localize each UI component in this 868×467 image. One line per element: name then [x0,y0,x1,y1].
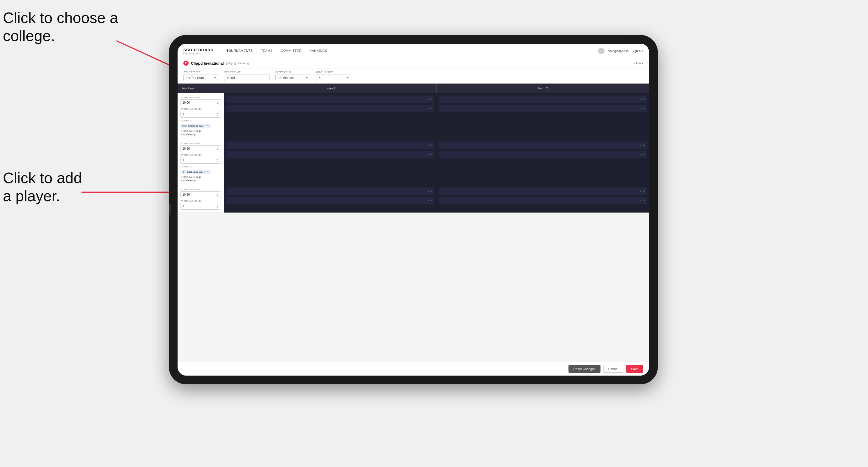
player-slot-4-2[interactable]: × ✎ [439,151,647,158]
slot-edit-5-1[interactable]: ✎ [430,190,433,193]
nav-teams[interactable]: TEAMS [257,44,277,58]
slot-edit-3-1[interactable]: ✎ [430,144,433,147]
time-stepper-3[interactable]: ▲ ▼ [217,192,219,197]
group-size-label: Group Size [316,71,351,74]
slot-edit-2-1[interactable]: ✎ [643,98,645,101]
tournament-title: C Clippd Invitational (Men) Hosting [183,61,249,66]
nav-tournaments[interactable]: TOURNAMENTS [222,44,257,58]
slot-edit-5-2[interactable]: ✎ [430,199,433,202]
back-link[interactable]: < Back [633,61,643,65]
player-slot-1-2[interactable]: × ✎ [226,105,434,113]
player-slot-1-1[interactable]: × ✎ [226,95,434,103]
slot-edit-4-2[interactable]: ✎ [643,153,645,156]
player-slot-5-2[interactable]: × ✎ [226,197,434,205]
cancel-button[interactable]: Cancel [603,365,623,373]
sign-out-link[interactable]: Sign out [632,49,643,53]
slot-edit-1-2[interactable]: ✎ [430,107,433,110]
app-header: SCOREBOARD Powered by clippd TOURNAMENTS… [178,44,649,58]
slot-x-4-1[interactable]: × [640,144,642,147]
start-type-select[interactable]: 1st Tee Start [183,74,218,81]
team1-cell-2: × ✎ × ✎ [224,139,437,185]
slot-edit-1-1[interactable]: ✎ [430,98,433,101]
tablet-screen: SCOREBOARD Powered by clippd TOURNAMENTS… [178,44,649,376]
course-tag-1[interactable]: (A) Peachtree GC × ✎ [181,124,211,128]
starting-hole-input-3[interactable]: 1 ▲ ▼ [181,203,221,210]
starting-time-input-3[interactable]: 10:20 ▲ ▼ [181,191,221,198]
tee-row-3: STARTING TIME: 10:20 ▲ ▼ STARTING HOLE: … [178,185,649,213]
course-edit-1[interactable]: ✎ [207,124,209,127]
course-edit-2[interactable]: ✎ [207,170,209,173]
start-time-label: Start Time [224,71,270,74]
intervals-select[interactable]: 10 Minutes [275,74,310,81]
save-button[interactable]: Save [626,365,643,373]
action-links-2: ○ Remove Group + Add Group [181,176,221,182]
slot-edit-4-1[interactable]: ✎ [643,144,645,147]
tee-row-2: STARTING TIME: 10:10 ▲ ▼ STARTING HOLE: … [178,139,649,185]
course-label-2: COURSE: [181,165,221,168]
player-slot-3-1[interactable]: × ✎ [226,142,434,149]
slot-edit-6-2[interactable]: ✎ [643,199,645,202]
reset-button[interactable]: Reset Changes [568,365,600,373]
slot-x-1-1[interactable]: × [428,98,429,101]
hole-stepper-2[interactable]: ▲ ▼ [217,158,219,162]
slot-x-5-1[interactable]: × [428,190,429,193]
starting-hole-input-2[interactable]: 1 ▲ ▼ [181,157,221,164]
remove-group-1[interactable]: ○ Remove Group [181,130,221,132]
time-stepper-1[interactable]: ▲ ▼ [217,100,219,105]
team2-cell-3: × ✎ × ✎ [437,185,649,213]
slot-x-6-1[interactable]: × [640,190,642,193]
group-size-group: Group Size 3 [316,71,351,81]
tournament-name: Clippd Invitational [191,61,224,65]
course-label-1: COURSE: [181,119,221,122]
slot-x-4-2[interactable]: × [640,153,642,156]
footer: Reset Changes Cancel Save [178,362,649,376]
slot-x-1-2[interactable]: × [428,107,429,110]
starting-hole-label-3: STARTING HOLE: [181,200,221,203]
player-slot-6-1[interactable]: × ✎ [439,187,647,195]
slot-edit-6-1[interactable]: ✎ [643,190,645,193]
left-panel-1: STARTING TIME: 10:00 ▲ ▼ STARTING HOLE: … [178,93,224,139]
slot-x-6-2[interactable]: × [640,199,642,202]
player-slot-6-2[interactable]: × ✎ [439,197,647,205]
team1-cell-3: × ✎ × ✎ [224,185,437,213]
starting-hole-input-1[interactable]: 1 ▲ ▼ [181,111,221,118]
header-right: blair@clippd.io Sign out [598,48,643,54]
team2-cell-1: × ✎ × ✎ [437,93,649,139]
slot-edit-2-2[interactable]: ✎ [643,107,645,110]
slot-x-5-2[interactable]: × [428,199,429,202]
hosting-badge: Hosting [238,62,249,65]
add-group-2[interactable]: + Add Group [181,179,221,182]
hole-stepper-1[interactable]: ▲ ▼ [217,112,219,117]
slot-x-3-2[interactable]: × [428,153,429,156]
side-button[interactable] [169,204,170,215]
slot-x-2-1[interactable]: × [640,98,642,101]
nav-rankings[interactable]: RANKINGS [305,44,331,58]
annotation-line3: Click to add [3,169,82,186]
slot-x-2-2[interactable]: × [640,107,642,110]
course-tag-2[interactable]: 🏌 East Lake GC × ✎ [181,170,211,174]
starting-hole-label-2: STARTING HOLE: [181,154,221,156]
player-slot-4-1[interactable]: × ✎ [439,142,647,149]
starting-time-input-1[interactable]: 10:00 ▲ ▼ [181,99,221,106]
intervals-label: Intervals [275,71,310,74]
time-stepper-2[interactable]: ▲ ▼ [217,147,219,151]
tournament-gender: (Men) [226,61,236,65]
remove-group-2[interactable]: ○ Remove Group [181,176,221,179]
starting-time-input-2[interactable]: 10:10 ▲ ▼ [181,145,221,152]
hole-stepper-3[interactable]: ▲ ▼ [217,204,219,209]
player-slot-5-1[interactable]: × ✎ [226,187,434,195]
slot-edit-3-2[interactable]: ✎ [430,153,433,156]
add-group-1[interactable]: + Add Group [181,133,221,136]
nav-committee[interactable]: COMMITTEE [277,44,306,58]
player-slot-2-1[interactable]: × ✎ [439,95,647,103]
starting-hole-label-1: STARTING HOLE: [181,108,221,110]
player-slot-2-2[interactable]: × ✎ [439,105,647,113]
course-remove-1[interactable]: × [204,124,206,127]
course-remove-2[interactable]: × [204,170,206,173]
starting-time-label-3: STARTING TIME: [181,188,221,191]
slot-x-3-1[interactable]: × [428,144,429,147]
start-time-input[interactable] [224,74,270,81]
group-size-select[interactable]: 3 [316,74,351,81]
player-slot-3-2[interactable]: × ✎ [226,151,434,158]
left-panel-3: STARTING TIME: 10:20 ▲ ▼ STARTING HOLE: … [178,185,224,213]
